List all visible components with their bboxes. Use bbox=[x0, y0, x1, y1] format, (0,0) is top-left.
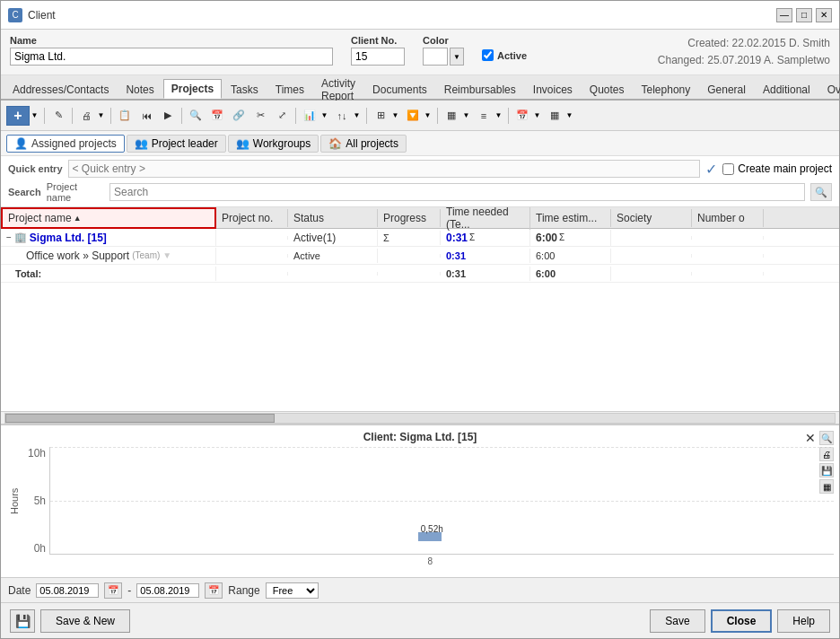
subtab-workgroups[interactable]: 👥 Workgroups bbox=[228, 135, 319, 153]
cal2-dropdown-button[interactable]: ▼ bbox=[532, 106, 543, 126]
clientno-input[interactable] bbox=[351, 48, 405, 66]
chart-button[interactable]: 📊 bbox=[300, 106, 319, 126]
row-status-link[interactable]: Active(1) bbox=[293, 232, 336, 244]
sort-dropdown-button[interactable]: ▼ bbox=[352, 106, 363, 126]
col-header-name[interactable]: Project name ▲ bbox=[1, 207, 216, 229]
cut-button[interactable]: ✂ bbox=[250, 106, 270, 126]
tab-times[interactable]: Times bbox=[267, 79, 312, 99]
copy-button[interactable]: 📋 bbox=[115, 106, 135, 126]
grid-dropdown-button[interactable]: ▼ bbox=[494, 106, 504, 126]
row2-projno-cell bbox=[216, 254, 288, 258]
tab-documents[interactable]: Documents bbox=[364, 79, 435, 99]
table-row[interactable]: − 🏢 Sigma Ltd. [15] Active(1) Σ 0:31 Σ 6… bbox=[1, 229, 839, 247]
h-scroll-thumb[interactable] bbox=[5, 414, 275, 423]
filter-dropdown-button[interactable]: ▼ bbox=[423, 106, 433, 126]
subtab-all-label: All projects bbox=[346, 137, 398, 150]
title-controls: — □ ✕ bbox=[776, 8, 832, 22]
save-icon-button[interactable]: 💾 bbox=[10, 609, 35, 633]
create-main-project-checkbox[interactable] bbox=[722, 163, 734, 175]
maximize-button[interactable]: □ bbox=[796, 8, 812, 22]
help-button[interactable]: Help bbox=[777, 609, 830, 633]
date-dash: - bbox=[127, 584, 131, 597]
color-box[interactable] bbox=[423, 48, 448, 66]
tab-addresses[interactable]: Addresses/Contacts bbox=[4, 79, 117, 99]
grid-button[interactable]: ≡ bbox=[474, 106, 494, 126]
filter-button[interactable]: 🔽 bbox=[403, 106, 423, 126]
column-dropdown-button[interactable]: ▼ bbox=[461, 106, 472, 126]
subtab-leader[interactable]: 👥 Project leader bbox=[127, 135, 226, 153]
expand-button[interactable]: ⤢ bbox=[272, 106, 292, 126]
tab-overview[interactable]: Overview bbox=[819, 79, 840, 99]
date-from-input[interactable] bbox=[36, 583, 99, 598]
search-toolbar-button[interactable]: 🔍 bbox=[186, 106, 206, 126]
grid-line-5 bbox=[50, 501, 834, 502]
cal2-button[interactable]: 📅 bbox=[512, 106, 532, 126]
tab-projects[interactable]: Projects bbox=[163, 79, 222, 99]
save-new-button[interactable]: Save & New bbox=[40, 609, 130, 633]
tab-notes[interactable]: Notes bbox=[118, 79, 162, 99]
name-input[interactable] bbox=[10, 48, 333, 66]
save-button[interactable]: Save bbox=[650, 609, 704, 633]
chart-inner: Hours 10h 5h 0h 0,52h 8 bbox=[6, 447, 834, 555]
add-dropdown-button[interactable]: ▼ bbox=[30, 106, 40, 126]
date-to-picker-button[interactable]: 📅 bbox=[205, 582, 223, 599]
subtab-all[interactable]: 🏠 All projects bbox=[320, 135, 407, 153]
project-name-search-input[interactable] bbox=[109, 183, 805, 201]
group-button[interactable]: ⊞ bbox=[371, 106, 390, 126]
table-row[interactable]: Office work » Support (Team) ▼ Active 0:… bbox=[1, 247, 839, 265]
add-button[interactable]: + bbox=[6, 106, 30, 126]
quick-entry-input[interactable] bbox=[68, 160, 701, 178]
tab-quotes[interactable]: Quotes bbox=[582, 79, 633, 99]
date-from-picker-button[interactable]: 📅 bbox=[104, 582, 122, 599]
col-header-timeestim: Time estim... bbox=[530, 209, 611, 227]
tab-additional[interactable]: Additional bbox=[755, 79, 818, 99]
active-checkbox[interactable] bbox=[482, 49, 494, 61]
table-header: Project name ▲ Project no. Status Progre… bbox=[1, 207, 839, 229]
table2-dropdown-button[interactable]: ▼ bbox=[564, 106, 575, 126]
edit-button[interactable]: ✎ bbox=[48, 106, 68, 126]
tab-tasks[interactable]: Tasks bbox=[223, 79, 267, 99]
column-button[interactable]: ▦ bbox=[442, 106, 461, 126]
row2-name-link[interactable]: Office work » Support bbox=[26, 249, 129, 262]
close-window-button[interactable]: ✕ bbox=[816, 8, 832, 22]
link-button[interactable]: 🔗 bbox=[229, 106, 249, 126]
quick-entry-confirm-button[interactable]: ✓ bbox=[705, 161, 717, 178]
toolbar-separator-4 bbox=[181, 108, 182, 124]
print-button[interactable]: 🖨 bbox=[76, 106, 96, 126]
close-button[interactable]: Close bbox=[711, 609, 773, 633]
top-info-area: Name Client No. Color ▼ Active Created: … bbox=[1, 30, 839, 75]
main-tabs: Addresses/Contacts Notes Projects Tasks … bbox=[1, 75, 839, 101]
subtab-assigned[interactable]: 👤 Assigned projects bbox=[6, 135, 125, 153]
group-dropdown-button[interactable]: ▼ bbox=[390, 106, 401, 126]
subtab-leader-label: Project leader bbox=[152, 137, 218, 150]
window-title: Client bbox=[28, 9, 56, 22]
y-tick-10: 10h bbox=[22, 447, 46, 460]
calendar-button[interactable]: 📅 bbox=[207, 106, 227, 126]
color-dropdown-button[interactable]: ▼ bbox=[450, 48, 464, 66]
nav-first-button[interactable]: ⏮ bbox=[136, 106, 156, 126]
sort-button[interactable]: ↑↓ bbox=[332, 106, 352, 126]
chart-dropdown-button[interactable]: ▼ bbox=[319, 106, 330, 126]
search-button[interactable]: 🔍 bbox=[810, 183, 832, 201]
chart-zoom-button[interactable]: 🔍 bbox=[819, 431, 834, 445]
row-name-link[interactable]: Sigma Ltd. [15] bbox=[30, 232, 107, 244]
tab-telephony[interactable]: Telephony bbox=[634, 79, 699, 99]
range-select[interactable]: Free Day Week Month Year bbox=[266, 582, 319, 599]
chart-close-button[interactable]: ✕ bbox=[805, 431, 816, 445]
horizontal-scrollbar[interactable] bbox=[1, 411, 839, 424]
row2-progress-cell bbox=[378, 254, 441, 258]
tab-invoices[interactable]: Invoices bbox=[525, 79, 581, 99]
subtab-workgroups-label: Workgroups bbox=[253, 137, 311, 150]
row2-team-label: (Team) bbox=[132, 250, 160, 260]
tab-general[interactable]: General bbox=[699, 79, 754, 99]
tab-reimbursables[interactable]: Reimbursables bbox=[436, 79, 524, 99]
chart-plot: 0,52h 8 bbox=[49, 447, 834, 555]
date-to-input[interactable] bbox=[136, 583, 199, 598]
nav-next-button[interactable]: ▶ bbox=[158, 106, 178, 126]
table2-button[interactable]: ▦ bbox=[545, 106, 564, 126]
minimize-button[interactable]: — bbox=[776, 8, 792, 22]
tab-activity[interactable]: Activity Report bbox=[313, 79, 363, 99]
sub-tabs: 👤 Assigned projects 👥 Project leader 👥 W… bbox=[1, 131, 839, 156]
row-expand-icon[interactable]: − bbox=[6, 232, 12, 242]
print-dropdown-button[interactable]: ▼ bbox=[96, 106, 107, 126]
